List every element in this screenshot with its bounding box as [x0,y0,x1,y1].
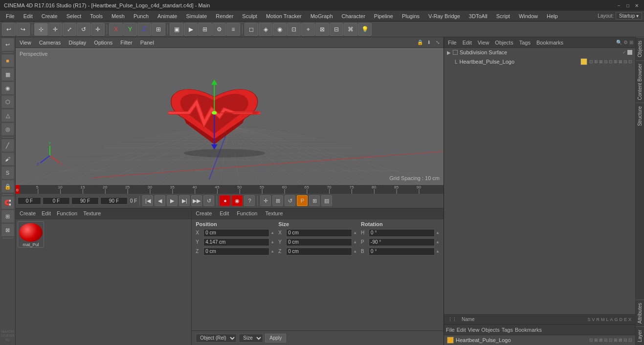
lt-brush[interactable]: 🖌 [1,153,14,165]
all-axis-button[interactable]: ⊞ [152,23,165,36]
menu-motion-tracker[interactable]: Motion Tracker [262,12,306,20]
snap-edge-button[interactable]: ⊡ [287,23,301,36]
lt-undo[interactable]: ↩ [1,38,14,51]
obj-bookmarks-button[interactable]: Bookmarks [534,39,565,46]
timeline-move[interactable]: ✛ [260,195,271,206]
close-button[interactable]: ✕ [633,2,640,9]
subdivision-surface-item[interactable]: ▶ Subdivision Surface ✓ [444,48,635,57]
lt-magnet[interactable]: 🧲 [1,196,14,209]
obj-edit-button[interactable]: Edit [461,39,474,46]
lt-sphere[interactable]: ◉ [1,82,14,94]
light-button[interactable]: 💡 [358,23,372,36]
obj-search-icon[interactable]: 🔍 [616,40,622,45]
vp-menu-filter[interactable]: Filter [118,39,134,46]
vp-menu-options[interactable]: Options [92,39,114,46]
obj-settings-icon[interactable]: ⚙ [623,40,628,45]
rot-b-input[interactable] [369,248,435,255]
minimize-button[interactable]: − [616,2,622,9]
size-mode-select[interactable]: Size [239,334,263,343]
obj-objects-button[interactable]: Objects [493,39,515,46]
obj-grid-icon[interactable]: ⊞ [629,40,633,45]
render-picture-button[interactable]: ⊞ [198,23,212,36]
menu-window[interactable]: Window [515,12,542,20]
vp-menu-display[interactable]: Display [67,39,88,46]
rotate-tool-button[interactable]: ↺ [77,23,90,36]
transform-tool-button[interactable]: ✛ [91,23,105,36]
lt-cube[interactable]: ■ [1,54,14,67]
go-start-button[interactable]: |◀ [142,195,153,206]
start-frame-input[interactable] [43,197,70,205]
render-settings-button[interactable]: ⚙ [212,23,226,36]
size-x-input[interactable] [286,229,352,237]
mat-panel-bookmarks-btn[interactable]: Bookmarks [515,327,542,333]
lt-line[interactable]: ╱ [1,139,14,152]
obj-view-button[interactable]: View [476,39,491,46]
render-queue-button[interactable]: ≡ [226,23,240,36]
vtab-content-browser[interactable]: Content Browser [636,60,644,103]
preview-end-input[interactable] [100,197,128,205]
timeline-rotate[interactable]: ↺ [285,195,295,206]
size-x-arrow-up[interactable]: ▲ [353,230,357,235]
subdiv-checkbox[interactable] [453,50,458,55]
menu-vray[interactable]: V-Ray Bridge [424,12,464,20]
obj-file-button[interactable]: File [446,39,459,46]
loop-button[interactable]: ↺ [203,195,214,206]
apply-button[interactable]: Apply [265,334,286,343]
layout-selector[interactable]: Startup ▾ [616,12,642,20]
scale-tool-button[interactable]: ⤢ [63,23,76,36]
snap-spline-button[interactable]: ⌖ [301,23,315,36]
attr-edit-button[interactable]: Edit [218,210,231,217]
attr-create-button[interactable]: Create [194,210,214,217]
auto-key-button[interactable]: ◉ [232,195,243,206]
mat-panel-tags-btn[interactable]: Tags [502,327,513,333]
lt-lock[interactable]: 🔒 [1,180,14,193]
menu-select[interactable]: Select [63,12,86,20]
vtab-structure[interactable]: Structure [636,103,644,129]
lt-cylinder[interactable]: ⬡ [1,95,14,108]
snap-object-button[interactable]: ◈ [259,23,272,36]
snap-cube-button[interactable]: ◻ [244,23,258,36]
vp-menu-panel[interactable]: Panel [138,39,156,46]
mat-function-button[interactable]: Function [55,210,79,217]
snap-axis-button[interactable]: ⌘ [344,23,357,36]
lt-checkerboard[interactable]: ▦ [1,68,14,81]
vp-fullscreen-icon[interactable]: ⬇ [425,39,433,46]
current-frame-input[interactable] [18,197,41,205]
vp-expand-icon[interactable]: ⤡ [434,39,442,46]
lt-grid[interactable]: ⊞ [1,210,14,223]
vtab-objects[interactable]: Objects [636,37,644,60]
redo-button[interactable]: ↪ [16,23,30,36]
y-axis-button[interactable]: Y [123,23,137,36]
heartbeat-logo-item[interactable]: L Heartbeat_Pulse_Logo ⊡ ⊞ ⊠ ⊟ ⊡ ⊞ ⊠ ⊟ ⊡ [444,57,635,67]
x-axis-button[interactable]: X [109,23,123,36]
menu-mesh[interactable]: Mesh [108,12,129,20]
lt-checker[interactable]: ⊠ [1,224,14,236]
mat-edit-button[interactable]: Edit [40,210,53,217]
mat-panel-obj-item[interactable]: Heartbeat_Pulse_Logo ⊡ ⊞ ⊠ ⊟ ⊡ ⊞ ⊠ ⊟ ⊡ [444,335,635,345]
snap-vertex-button[interactable]: ◉ [273,23,287,36]
render-region-button[interactable]: ▣ [170,23,183,36]
next-frame-button[interactable]: ▶| [179,195,190,206]
prev-frame-button[interactable]: ◀ [155,195,165,206]
menu-help[interactable]: Help [543,12,562,20]
menu-character[interactable]: Character [338,12,369,20]
vp-menu-cameras[interactable]: Cameras [37,39,63,46]
pos-y-arrow-up[interactable]: ▲ [270,240,274,244]
pos-x-arrow-up[interactable]: ▲ [270,230,274,235]
coord-mode-select[interactable]: Object (Rel) World [196,334,237,343]
vp-lock-icon[interactable]: 🔒 [416,39,424,46]
mat-texture-button[interactable]: Texture [81,210,103,217]
menu-3dtoall[interactable]: 3DToAll [465,12,491,20]
vtab-attributes[interactable]: Attributes [636,299,644,326]
mat-panel-file-btn[interactable]: File [446,327,455,333]
obj-tags-button[interactable]: Tags [517,39,533,46]
size-z-input[interactable] [286,248,352,255]
vp-menu-view[interactable]: View [18,39,33,46]
play-button[interactable]: ▶ [167,195,178,206]
pos-z-arrow-up[interactable]: ▲ [270,249,274,253]
move-tool-button[interactable]: ✛ [48,23,62,36]
menu-render[interactable]: Render [212,12,237,20]
menu-animate[interactable]: Animate [154,12,181,20]
menu-punch[interactable]: Punch [130,12,153,20]
menu-plugins[interactable]: Plugins [398,12,423,20]
